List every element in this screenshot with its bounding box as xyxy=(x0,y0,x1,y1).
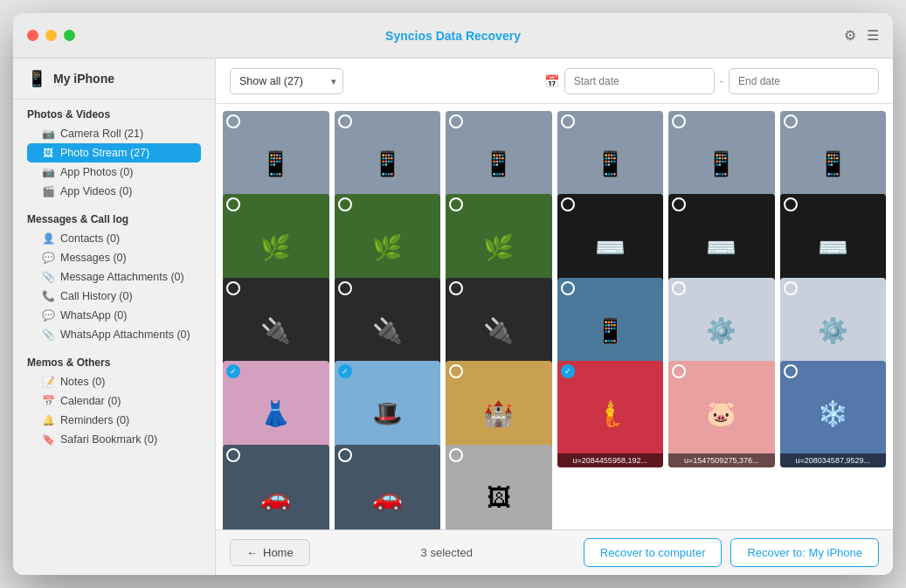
bottom-bar: ← Home 3 selected Recover to computer Re… xyxy=(216,529,893,575)
photo-thumb[interactable]: 🐷u=1547509275,376... xyxy=(668,361,775,467)
photo-checkbox[interactable] xyxy=(561,197,575,211)
photo-thumb[interactable]: 🧜✓u=2084455958,192... xyxy=(557,361,664,467)
sidebar: 📱 My iPhone Photos & Videos 📷 Camera Rol… xyxy=(13,59,216,575)
end-date-input[interactable] xyxy=(729,68,879,94)
home-label: Home xyxy=(263,546,294,559)
sidebar-item-messages[interactable]: 💬 Messages (0) xyxy=(27,248,201,267)
sidebar-item-contacts[interactable]: 👤 Contacts (0) xyxy=(27,229,201,248)
memos-title: Memos & Others xyxy=(27,356,201,369)
app-title: Syncios Data Recovery xyxy=(385,29,521,43)
home-arrow-icon: ← xyxy=(246,546,258,559)
photo-checkbox[interactable] xyxy=(226,114,240,128)
photo-checkbox[interactable] xyxy=(338,448,352,462)
content-area: Show all (27) 📅 - 📱IMG_0131.JPG📱IMG_0130… xyxy=(216,59,893,575)
minimize-button[interactable] xyxy=(45,30,57,41)
photo-checkbox[interactable] xyxy=(449,281,463,295)
photo-checkbox[interactable] xyxy=(449,114,463,128)
titlebar-actions: ⚙ ☰ xyxy=(844,27,879,44)
photo-checkbox[interactable] xyxy=(226,448,240,462)
app-photos-icon: 📷 xyxy=(41,166,55,178)
photo-checkbox[interactable]: ✓ xyxy=(338,364,352,378)
photo-checkbox[interactable] xyxy=(672,281,686,295)
photo-thumb[interactable]: 🚗 xyxy=(335,445,441,529)
photo-stream-icon: 🖼 xyxy=(41,147,55,159)
messages-label: Messages (0) xyxy=(60,252,127,264)
photo-checkbox[interactable] xyxy=(338,281,352,295)
photos-videos-section: Photos & Videos 📷 Camera Roll (21) 🖼 Pho… xyxy=(13,100,215,204)
selected-count: 3 selected xyxy=(310,546,584,559)
sidebar-item-notes[interactable]: 📝 Notes (0) xyxy=(27,372,201,391)
notes-label: Notes (0) xyxy=(60,376,105,388)
start-date-input[interactable] xyxy=(564,68,715,94)
camera-roll-label: Camera Roll (21) xyxy=(60,128,143,140)
photo-checkbox[interactable] xyxy=(784,364,798,378)
app-window: Syncios Data Recovery ⚙ ☰ 📱 My iPhone Ph… xyxy=(13,13,893,575)
messages-title: Messages & Call log xyxy=(27,213,201,225)
content-toolbar: Show all (27) 📅 - xyxy=(216,59,893,104)
sidebar-item-call-history[interactable]: 📞 Call History (0) xyxy=(27,287,201,306)
contacts-label: Contacts (0) xyxy=(60,232,120,245)
app-videos-label: App Videos (0) xyxy=(60,185,132,197)
photo-checkbox[interactable] xyxy=(672,114,686,128)
calendar-icon: 📅 xyxy=(41,395,55,407)
message-attachments-label: Message Attachments (0) xyxy=(60,271,184,283)
titlebar: Syncios Data Recovery ⚙ ☰ xyxy=(13,13,893,59)
whatsapp-attachments-label: WhatsApp Attachments (0) xyxy=(60,329,190,341)
app-videos-icon: 🎬 xyxy=(41,185,55,197)
photo-checkbox[interactable] xyxy=(338,197,352,211)
message-attachments-icon: 📎 xyxy=(41,271,55,283)
sidebar-item-app-videos[interactable]: 🎬 App Videos (0) xyxy=(27,182,201,201)
photo-grid: 📱IMG_0131.JPG📱IMG_0130.JPG📱IMG_0129.JPG📱… xyxy=(216,104,893,529)
date-range: 📅 - xyxy=(544,68,879,94)
date-separator: - xyxy=(720,74,723,87)
photo-thumb[interactable]: 🚗 xyxy=(223,445,329,529)
call-history-icon: 📞 xyxy=(41,290,55,302)
whatsapp-icon: 💬 xyxy=(41,309,55,322)
memos-section: Memos & Others 📝 Notes (0) 📅 Calendar (0… xyxy=(13,348,215,453)
sidebar-item-whatsapp[interactable]: 💬 WhatsApp (0) xyxy=(27,306,201,325)
sidebar-item-camera-roll[interactable]: 📷 Camera Roll (21) xyxy=(27,124,201,143)
device-icon: 📱 xyxy=(27,69,46,88)
photo-checkbox[interactable] xyxy=(561,281,575,295)
whatsapp-attachments-icon: 📎 xyxy=(41,329,55,341)
whatsapp-label: WhatsApp (0) xyxy=(60,309,127,322)
filter-select[interactable]: Show all (27) xyxy=(230,68,343,94)
recover-to-iphone-button[interactable]: Recover to: My iPhone xyxy=(730,538,879,567)
photo-thumb[interactable]: ❄️u=208034587,9529... xyxy=(780,361,887,467)
photo-checkbox[interactable] xyxy=(784,281,798,295)
sidebar-item-calendar[interactable]: 📅 Calendar (0) xyxy=(27,391,201,411)
calendar-picker-icon: 📅 xyxy=(544,74,559,88)
photo-checkbox[interactable] xyxy=(784,114,798,128)
notes-icon: 📝 xyxy=(41,376,55,388)
menu-icon[interactable]: ☰ xyxy=(867,27,879,44)
photo-checkbox[interactable] xyxy=(561,114,575,128)
safari-bookmark-icon: 🔖 xyxy=(41,433,55,446)
settings-icon[interactable]: ⚙ xyxy=(844,27,856,44)
sidebar-item-app-photos[interactable]: 📷 App Photos (0) xyxy=(27,163,201,182)
maximize-button[interactable] xyxy=(64,30,75,41)
photo-checkbox[interactable] xyxy=(226,281,240,295)
sidebar-item-whatsapp-attachments[interactable]: 📎 WhatsApp Attachments (0) xyxy=(27,325,201,344)
reminders-icon: 🔔 xyxy=(41,414,55,426)
sidebar-item-message-attachments[interactable]: 📎 Message Attachments (0) xyxy=(27,267,201,287)
main-layout: 📱 My iPhone Photos & Videos 📷 Camera Rol… xyxy=(13,59,893,575)
photo-label: u=1547509275,376... xyxy=(668,453,775,467)
photo-checkbox[interactable] xyxy=(338,114,352,128)
sidebar-item-photo-stream[interactable]: 🖼 Photo Stream (27) xyxy=(27,143,201,163)
photo-checkbox[interactable] xyxy=(784,197,798,211)
traffic-lights xyxy=(27,30,75,41)
photo-label: u=208034587,9529... xyxy=(780,453,887,467)
calendar-label: Calendar (0) xyxy=(60,395,121,407)
sidebar-item-safari-bookmark[interactable]: 🔖 Safari Bookmark (0) xyxy=(27,430,201,449)
recover-to-computer-button[interactable]: Recover to computer xyxy=(584,538,723,567)
home-button[interactable]: ← Home xyxy=(230,539,310,566)
close-button[interactable] xyxy=(27,30,38,41)
photo-thumb[interactable]: 🖼 xyxy=(446,445,552,529)
messages-icon: 💬 xyxy=(41,252,55,264)
call-history-label: Call History (0) xyxy=(60,290,133,302)
device-header: 📱 My iPhone xyxy=(13,59,215,100)
sidebar-item-reminders[interactable]: 🔔 Reminders (0) xyxy=(27,411,201,430)
photo-checkbox[interactable]: ✓ xyxy=(561,364,575,378)
contacts-icon: 👤 xyxy=(41,232,55,245)
photo-checkbox[interactable] xyxy=(449,448,463,462)
